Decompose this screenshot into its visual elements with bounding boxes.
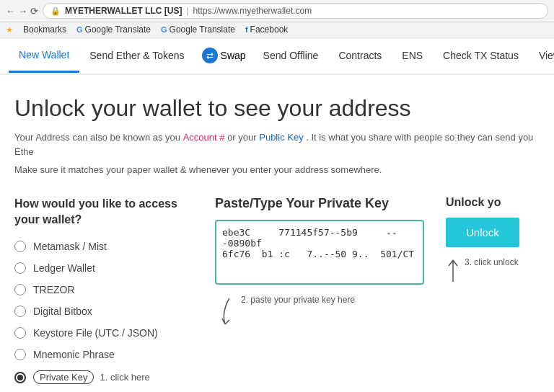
site-name: MYETHERWALLET LLC [US]	[65, 6, 182, 16]
nav-contracts[interactable]: Contracts	[328, 40, 392, 71]
account-highlight: Account #	[183, 132, 225, 143]
swap-icon: ⇄	[202, 48, 218, 63]
private-key-label: Private Key	[33, 370, 94, 384]
paste-heading: Paste/Type Your Private Key	[215, 196, 424, 211]
bookmark-bookmarks[interactable]: Bookmarks	[23, 24, 66, 35]
radio-privatekey[interactable]	[14, 372, 26, 383]
content-grid: How would you like to access your wallet…	[14, 196, 540, 393]
bookmark-label: Bookmarks	[23, 24, 66, 35]
bookmark-google-translate-1[interactable]: G Google Translate	[76, 24, 151, 35]
nav-new-wallet[interactable]: New Wallet	[9, 39, 79, 73]
main-content: Unlock your wallet to see your address Y…	[0, 75, 554, 392]
radio-digitalbitbox[interactable]	[14, 306, 26, 317]
option-digitalbitbox[interactable]: Digital Bitbox	[14, 306, 193, 317]
google-icon: G	[76, 25, 83, 34]
browser-bar: ← → ⟳ 🔒 MYETHERWALLET LLC [US] | https:/…	[0, 0, 554, 22]
nav-ens[interactable]: ENS	[392, 40, 433, 71]
paste-annotation-text: 2. paste your private key here	[241, 294, 355, 306]
paste-arrow-icon	[215, 297, 237, 326]
bookmark-star-icon: ★	[6, 25, 13, 35]
left-panel: How would you like to access your wallet…	[14, 196, 193, 393]
page-title: Unlock your wallet to see your address	[14, 95, 540, 122]
option-mnemonic[interactable]: Mnemonic Phrase	[14, 349, 193, 360]
nav-view-wallet[interactable]: View Wallet Info	[529, 40, 554, 71]
option-privatekey[interactable]: Private Key 1. click here	[14, 370, 193, 384]
facebook-icon: f	[245, 25, 248, 34]
nav-check-tx[interactable]: Check TX Status	[433, 40, 529, 71]
nav-bar: New Wallet Send Ether & Tokens ⇄ Swap Se…	[0, 37, 554, 75]
unlock-panel-label: Unlock yo	[446, 196, 540, 209]
url-bar[interactable]: 🔒 MYETHERWALLET LLC [US] | https://www.m…	[43, 3, 548, 19]
unlock-button[interactable]: Unlock	[446, 218, 519, 247]
bookmark-facebook[interactable]: f Facebook	[245, 24, 288, 35]
middle-panel: Paste/Type Your Private Key ebe3C 771145…	[215, 196, 424, 393]
right-panel: Unlock yo Unlock 3. click unlock	[446, 196, 540, 393]
panel-heading: How would you like to access your wallet…	[14, 196, 193, 228]
click-here-label: 1. click here	[100, 372, 149, 383]
radio-keystore[interactable]	[14, 327, 26, 339]
url-text: https://www.myetherwallet.com	[193, 6, 312, 16]
google-icon-2: G	[161, 25, 167, 34]
paste-annotation: 2. paste your private key here	[215, 294, 424, 326]
bookmark-google-translate-2[interactable]: G Google Translate	[161, 24, 235, 35]
bookmark-gt1-label: Google Translate	[85, 24, 151, 35]
option-metamask[interactable]: Metamask / Mist	[14, 241, 193, 252]
radio-metamask[interactable]	[14, 241, 26, 252]
option-trezor[interactable]: TREZOR	[14, 284, 193, 295]
option-keystore[interactable]: Keystore File (UTC / JSON)	[14, 327, 193, 339]
radio-mnemonic[interactable]	[14, 349, 26, 360]
nav-send-offline[interactable]: Send Offline	[253, 40, 329, 71]
nav-swap[interactable]: ⇄ Swap	[195, 37, 253, 74]
lock-icon: 🔒	[50, 6, 61, 16]
browser-nav-arrows[interactable]: ← → ⟳	[6, 6, 38, 17]
click-unlock-text: 3. click unlock	[465, 257, 519, 267]
radio-ledger[interactable]	[14, 262, 26, 274]
bookmarks-bar: ★ Bookmarks G Google Translate G Google …	[0, 22, 554, 37]
privatekey-label-wrapper: Private Key 1. click here	[33, 370, 150, 384]
pubkey-highlight: Public Key	[259, 132, 303, 143]
bookmark-gt2-label: Google Translate	[170, 24, 235, 35]
click-unlock-annotation: 3. click unlock	[446, 257, 540, 283]
unlock-arrow-icon	[446, 257, 460, 283]
option-ledger[interactable]: Ledger Wallet	[14, 262, 193, 274]
subtitle-line1: Your Address can also be known as you Ac…	[14, 130, 540, 159]
subtitle-line2: Make sure it matches your paper wallet &…	[14, 163, 540, 177]
radio-trezor[interactable]	[14, 284, 26, 295]
private-key-input[interactable]: ebe3C 771145f57--5b9 ---0890bf 6fc76 b1 …	[215, 220, 424, 285]
bookmark-fb-label: Facebook	[250, 24, 289, 35]
nav-send-ether[interactable]: Send Ether & Tokens	[79, 40, 194, 71]
